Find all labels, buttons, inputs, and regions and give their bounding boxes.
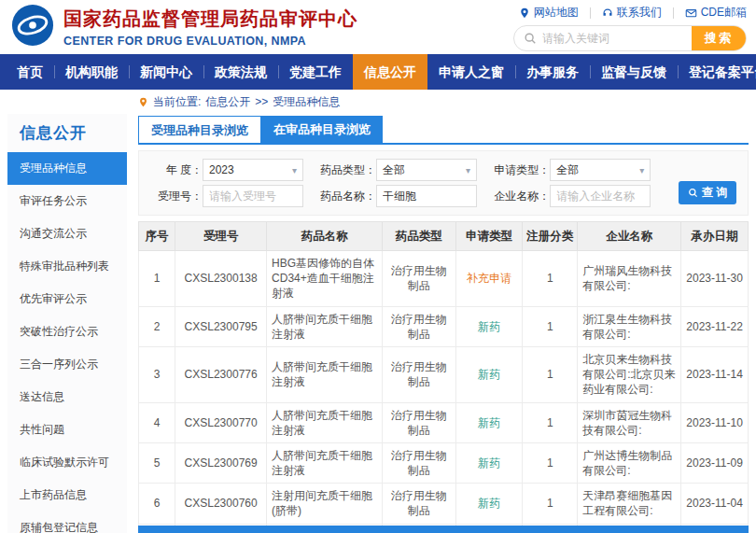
table-cell: CXSL2300776: [175, 346, 267, 402]
nav-item[interactable]: 信息公开: [353, 54, 427, 90]
table-cell: 2023-11-04: [681, 484, 749, 524]
filter-row-1: 年 度： 2023 ▾ 药品类型： 全部 ▾ 申: [141, 159, 667, 181]
table-cell: 1: [523, 346, 578, 402]
nav-item[interactable]: 党建工作: [278, 54, 353, 90]
table-row: 6CXSL2300760注射用间充质干细胞(脐带)治疗用生物制品新药1天津昂赛细…: [139, 484, 749, 524]
sidebar-item[interactable]: 审评任务公示: [7, 185, 127, 217]
site-subtitle: CENTER FOR DRUG EVALUATION, NMPA: [63, 35, 357, 48]
table-cell: 新药: [455, 442, 523, 483]
table-cell: CXSL2300760: [175, 484, 267, 524]
main-panel: 受理品种目录浏览 在审品种目录浏览 年 度： 2023 ▾ 药品类型：: [138, 114, 749, 533]
sidebar-item[interactable]: 三合一序列公示: [7, 348, 127, 381]
table-header-cell: 序号: [139, 222, 175, 251]
table-cell: 补充申请: [455, 251, 523, 307]
table-header-cell: 受理号: [175, 222, 267, 251]
drug-type-select[interactable]: 全部 ▾: [376, 159, 477, 181]
sidebar-item[interactable]: 送达信息: [7, 381, 127, 414]
table-header-row: 序号受理号药品名称药品类型申请类型注册分类企业名称承办日期: [139, 222, 749, 251]
table-cell: 4: [139, 402, 175, 442]
sidebar-item[interactable]: 上市药品信息: [7, 479, 127, 512]
query-button[interactable]: 查 询: [679, 181, 736, 204]
table-cell: 新药: [455, 402, 523, 442]
table-cell: 2023-11-09: [681, 442, 749, 483]
company-label: 企业名称：: [488, 189, 550, 204]
sidebar-title: 信息公开: [7, 114, 127, 152]
table-row: 2CXSL2300795人脐带间充质干细胞注射液治疗用生物制品新药1浙江泉生生物…: [139, 306, 749, 346]
nav-item[interactable]: 办事服务: [515, 54, 590, 90]
location-icon: [138, 97, 148, 107]
table-body: 1CXSL2300138HBG基因修饰的自体CD34+造血干细胞注射液治疗用生物…: [139, 251, 749, 533]
table-cell: CXSL2300795: [175, 306, 267, 346]
table-cell: 新药: [455, 346, 523, 402]
sidebar-item[interactable]: 临床试验默示许可: [7, 446, 127, 479]
search-button[interactable]: 搜索: [692, 25, 746, 51]
table-cell: 人脐带间充质干细胞注射液: [267, 306, 383, 346]
nav-item[interactable]: 登记备案平台: [678, 54, 756, 90]
year-label: 年 度：: [141, 162, 203, 178]
cde-logo[interactable]: [11, 4, 54, 50]
sitemap-link-label: 网站地图: [534, 5, 579, 21]
sidebar-item[interactable]: 原辅包登记信息: [7, 512, 127, 533]
tab-under-review-catalog[interactable]: 在审品种目录浏览: [261, 116, 383, 143]
search-icon: [688, 188, 698, 198]
nav-item[interactable]: 新闻中心: [129, 54, 203, 90]
table-cell: HBG基因修饰的自体CD34+造血干细胞注射液: [267, 251, 383, 307]
tab-accepted-catalog[interactable]: 受理品种目录浏览: [138, 116, 261, 143]
nav-item[interactable]: 监督与反馈: [590, 54, 678, 90]
year-select-value: 2023: [209, 163, 234, 176]
content: 信息公开 受理品种信息审评任务公示沟通交流公示特殊审批品种列表优先审评公示突破性…: [0, 114, 756, 533]
tab-bar: 受理品种目录浏览 在审品种目录浏览: [138, 116, 749, 145]
table-cell: 注射用间充质干细胞(脐带): [267, 484, 383, 524]
sidebar-item[interactable]: 沟通交流公示: [7, 217, 127, 250]
table-cell: 2: [139, 306, 175, 346]
mailbox-link-label: CDE邮箱: [701, 5, 747, 21]
pagination-bar[interactable]: [138, 526, 749, 533]
mail-icon: [685, 7, 697, 19]
sidebar-item[interactable]: 突破性治疗公示: [7, 316, 127, 348]
sidebar-item[interactable]: 受理品种信息: [7, 152, 127, 185]
drug-type-select-value: 全部: [383, 162, 405, 178]
drug-type-label: 药品类型：: [315, 162, 376, 178]
table-cell: 5: [139, 442, 175, 483]
table-cell: 1: [523, 402, 578, 442]
nav-item[interactable]: 政策法规: [203, 54, 278, 90]
sidebar-item[interactable]: 特殊审批品种列表: [7, 250, 127, 283]
page: 国家药品监督管理局药品审评中心 CENTER FOR DRUG EVALUATI…: [0, 0, 756, 533]
year-filter: 年 度： 2023 ▾: [141, 159, 315, 181]
table-cell: 3: [139, 346, 175, 402]
table-header-cell: 承办日期: [681, 222, 749, 251]
table-cell: CXSL2300770: [175, 402, 267, 442]
headset-icon: [602, 7, 613, 19]
year-select[interactable]: 2023 ▾: [203, 159, 303, 181]
table-cell: 治疗用生物制品: [383, 402, 455, 442]
chevron-down-icon: ▾: [466, 165, 470, 175]
table-cell: 人脐带间充质干细胞注射液: [267, 442, 383, 483]
mailbox-link[interactable]: CDE邮箱: [685, 5, 747, 21]
table-cell: 1: [139, 251, 175, 307]
table-cell: 北京贝来生物科技有限公司:北京贝来药业有限公司:: [578, 346, 681, 402]
quick-links: 网站地图 联系我们 CDE邮箱: [519, 5, 747, 21]
table-cell: 2023-11-22: [681, 306, 749, 346]
drug-name-input[interactable]: [376, 185, 477, 207]
search-input[interactable]: [542, 32, 692, 45]
sidebar-item[interactable]: 共性问题: [7, 414, 127, 446]
drug-type-filter: 药品类型： 全部 ▾: [315, 159, 488, 181]
nav-item[interactable]: 机构职能: [54, 54, 129, 90]
breadcrumb-current[interactable]: 受理品种信息: [273, 94, 340, 110]
breadcrumb-section[interactable]: 信息公开: [205, 94, 250, 110]
company-input[interactable]: [550, 185, 651, 207]
contact-link[interactable]: 联系我们: [602, 5, 662, 21]
nav-item[interactable]: 申请人之窗: [427, 54, 515, 90]
nav-item[interactable]: 首页: [6, 54, 54, 90]
sitemap-link[interactable]: 网站地图: [519, 5, 579, 21]
sidebar-item[interactable]: 优先审评公示: [7, 283, 127, 316]
query-button-label: 查 询: [702, 185, 727, 201]
table-cell: 人脐带间充质干细胞注射液: [267, 346, 383, 402]
table-header-cell: 申请类型: [455, 222, 523, 251]
accept-no-input[interactable]: [203, 185, 303, 207]
results-table: 序号受理号药品名称药品类型申请类型注册分类企业名称承办日期 1CXSL23001…: [138, 221, 749, 533]
table-cell: 1: [523, 484, 578, 524]
table-cell: 治疗用生物制品: [383, 251, 455, 307]
apply-type-select[interactable]: 全部 ▾: [550, 159, 651, 181]
apply-type-label: 申请类型：: [488, 162, 550, 178]
